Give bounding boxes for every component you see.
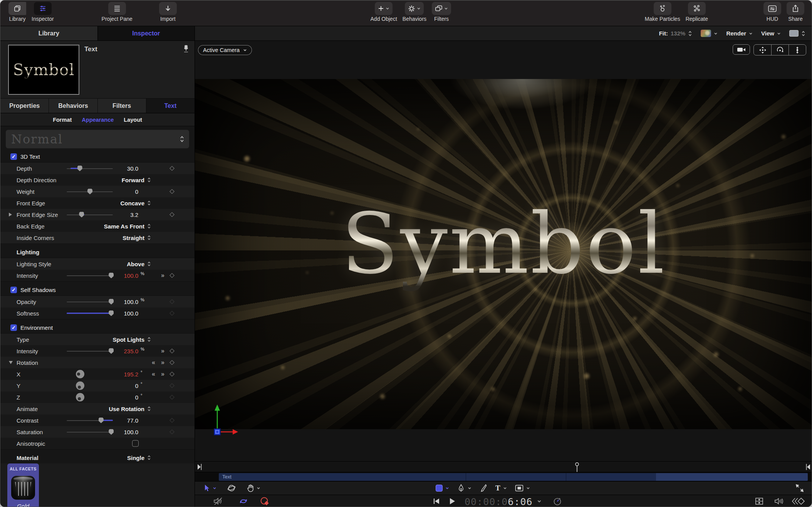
keyframe-nav-icon[interactable] [791, 497, 805, 505]
render-menu[interactable]: Render [726, 30, 753, 37]
chevron-down-icon[interactable] [503, 487, 507, 490]
slider-track[interactable] [67, 275, 113, 276]
canvas-3d-text[interactable]: Symbol [341, 195, 666, 292]
dolly-button[interactable] [789, 45, 806, 55]
stepper-icon[interactable] [801, 30, 805, 37]
make-particles-button[interactable] [654, 2, 671, 15]
next-keyframe-icon[interactable]: » [161, 348, 164, 354]
text-track-bar[interactable]: Text [219, 473, 808, 481]
pen-tool-icon[interactable] [457, 484, 465, 492]
keyframe-diamond-icon[interactable] [169, 273, 174, 278]
record-icon[interactable] [260, 497, 270, 506]
slider-track[interactable] [67, 431, 113, 433]
softness-slider[interactable] [67, 311, 113, 316]
inside-corners-dropdown[interactable]: Straight [122, 235, 151, 241]
material-facet-column[interactable]: ALL FACETSGold [7, 463, 39, 507]
mask-tool-icon[interactable] [515, 485, 523, 492]
checkbox-icon[interactable]: ✓ [10, 153, 17, 160]
opacity-slider[interactable] [67, 299, 113, 305]
tab-filters[interactable]: Filters [97, 99, 146, 113]
toolbar-item-library[interactable]: Library [8, 2, 26, 22]
mute-icon[interactable] [213, 497, 223, 505]
transform-orbit-tool-icon[interactable] [227, 484, 236, 492]
param-value[interactable]: 30.0 [111, 165, 138, 172]
brush-tool-icon[interactable] [480, 484, 487, 492]
keyframe-diamond-icon[interactable] [169, 299, 174, 304]
prev-keyframe-icon[interactable]: « [152, 359, 155, 366]
tab-behaviors[interactable]: Behaviors [49, 99, 97, 113]
chevron-down-icon[interactable] [468, 487, 471, 490]
add-object-button[interactable] [375, 2, 393, 15]
depth-direction-dropdown[interactable]: Forward [122, 177, 151, 183]
x-dial[interactable] [76, 370, 84, 378]
chevron-down-icon[interactable] [537, 499, 542, 503]
cursor-tool-icon[interactable] [203, 484, 210, 492]
anisotropic-checkbox[interactable] [132, 440, 139, 447]
style-preset-dropdown[interactable]: Normal [6, 130, 189, 148]
inspector-button[interactable] [34, 2, 52, 15]
param-value[interactable]: 100.0 [111, 429, 138, 435]
tab-inspector[interactable]: Inspector [97, 26, 195, 40]
slider-thumb[interactable] [87, 189, 92, 195]
depth-slider[interactable] [67, 166, 113, 171]
param-value[interactable]: 0 [111, 394, 138, 401]
toolbar-item-make-particles[interactable]: Make Particles [645, 2, 680, 22]
slider-thumb[interactable] [79, 212, 84, 218]
in-marker-icon[interactable] [197, 463, 202, 471]
param-value[interactable]: 100.0 [111, 272, 138, 279]
checkbox-icon[interactable]: ✓ [10, 287, 17, 293]
keyframe-diamond-icon[interactable] [169, 166, 174, 171]
chevron-down-icon[interactable] [213, 487, 216, 490]
back-edge-dropdown[interactable]: Same As Front [104, 223, 151, 230]
filters-button[interactable] [432, 2, 451, 15]
import-button[interactable] [159, 2, 177, 15]
timecode-display[interactable]: 00:00:06:06 [465, 496, 533, 507]
rectangle-tool-icon[interactable] [436, 485, 443, 492]
z-dial[interactable] [76, 393, 84, 401]
slider-track[interactable] [67, 301, 113, 302]
channels-menu[interactable] [701, 30, 718, 37]
tab-library[interactable]: Library [0, 26, 97, 40]
canvas-viewport[interactable]: Symbol Active Camera [195, 41, 812, 461]
saturation-slider[interactable] [67, 429, 113, 435]
mini-timeline[interactable] [195, 461, 812, 472]
fit-zoom-control[interactable]: Fit: 132% [659, 30, 693, 37]
view-menu[interactable]: View [761, 30, 781, 37]
keyframe-diamond-icon[interactable] [169, 212, 174, 217]
slider-track[interactable] [67, 214, 113, 215]
next-keyframe-icon[interactable]: » [161, 272, 164, 279]
next-keyframe-icon[interactable]: » [161, 359, 164, 366]
hand-tool-icon[interactable] [247, 484, 254, 492]
behaviors-button[interactable] [405, 2, 424, 15]
tab-properties[interactable]: Properties [0, 99, 49, 113]
material-dropdown[interactable]: Single [127, 455, 151, 461]
slider-thumb[interactable] [77, 166, 82, 171]
camera-button[interactable] [733, 44, 750, 55]
replicate-button[interactable] [688, 2, 706, 15]
toolbar-item-inspector[interactable]: Inspector [32, 2, 54, 22]
material-swatch[interactable] [11, 476, 35, 500]
intensity-slider[interactable] [67, 348, 113, 354]
chevron-down-icon[interactable] [526, 487, 530, 490]
intensity-slider[interactable] [67, 273, 113, 279]
type-dropdown[interactable]: Spot Lights [113, 336, 151, 343]
display-mode-control[interactable] [789, 30, 805, 37]
prev-keyframe-icon[interactable]: « [152, 371, 155, 378]
subtab-layout[interactable]: Layout [124, 117, 142, 123]
keyframe-diamond-icon[interactable] [169, 383, 174, 388]
param-value[interactable]: 195.2 [111, 371, 138, 378]
play-icon[interactable] [449, 498, 455, 505]
toolbar-item-hud[interactable]: HUD [763, 2, 781, 22]
toolbar-item-filters[interactable]: Filters [432, 2, 451, 22]
keyframe-diamond-icon[interactable] [169, 418, 174, 423]
chevron-down-icon[interactable] [445, 487, 449, 490]
contrast-slider[interactable] [67, 418, 113, 423]
chevron-down-icon[interactable] [257, 487, 260, 490]
stepper-icon[interactable] [688, 30, 692, 37]
orbit-button[interactable] [771, 45, 789, 55]
weight-slider[interactable] [67, 189, 113, 195]
y-dial[interactable] [76, 381, 84, 390]
skip-start-icon[interactable] [433, 498, 440, 505]
checkbox-icon[interactable]: ✓ [10, 324, 17, 331]
slider-thumb[interactable] [99, 418, 104, 423]
